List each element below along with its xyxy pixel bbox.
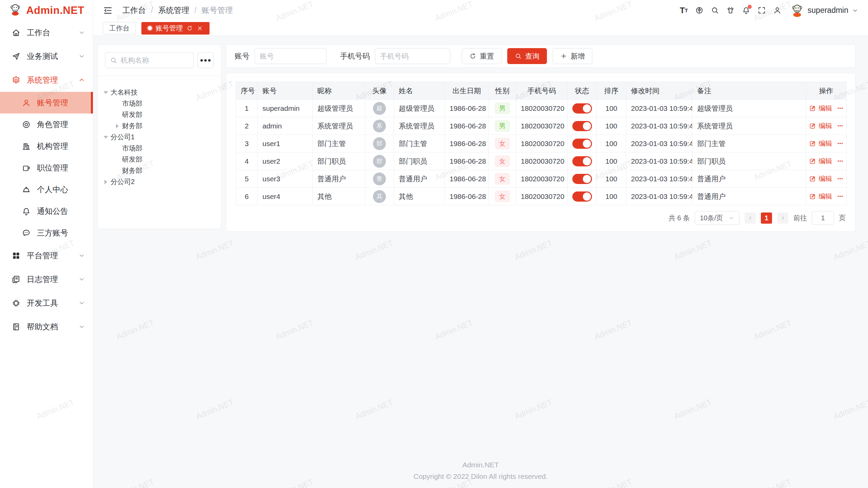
username: superadmin bbox=[808, 6, 848, 15]
tree-more-button[interactable]: ●●● bbox=[198, 52, 214, 68]
sidebar-item-3[interactable]: 账号管理 bbox=[0, 92, 93, 114]
tree-caret-icon[interactable] bbox=[101, 134, 111, 141]
phone-label: 手机号码 bbox=[340, 51, 370, 61]
page-number-button[interactable]: 1 bbox=[761, 212, 772, 224]
accounts-table: 序号账号昵称头像姓名出生日期性别手机号码状态排序修改时间备注操作 1supera… bbox=[236, 82, 847, 205]
language-icon[interactable] bbox=[692, 3, 707, 18]
edit-button[interactable]: 编辑 bbox=[809, 104, 832, 113]
sidebar-item-2[interactable]: 系统管理 bbox=[0, 68, 93, 92]
tree-caret-icon[interactable] bbox=[101, 89, 111, 96]
user-dropdown[interactable]: superadmin bbox=[790, 3, 859, 18]
tree-node-1[interactable]: 市场部 bbox=[101, 98, 218, 109]
account-label: 账号 bbox=[235, 51, 250, 61]
tree-node-5[interactable]: 市场部 bbox=[101, 143, 218, 154]
page-size-select[interactable]: 10条/页 bbox=[695, 211, 739, 225]
tab-close-icon[interactable] bbox=[197, 25, 203, 32]
sidebar-item-7[interactable]: 个人中心 bbox=[0, 179, 93, 200]
goto-page-input[interactable] bbox=[812, 211, 834, 225]
sidebar-item-10[interactable]: 平台管理 bbox=[0, 244, 93, 267]
tree-node-label: 财务部 bbox=[122, 121, 142, 130]
sidebar-item-label: 系统管理 bbox=[27, 75, 58, 85]
sidebar-item-13[interactable]: 帮助文档 bbox=[0, 315, 93, 339]
status-toggle[interactable] bbox=[572, 139, 592, 149]
sidebar-item-9[interactable]: 三方账号 bbox=[0, 222, 93, 244]
cell-ops: 编辑••• bbox=[806, 152, 847, 170]
cell-birthday: 1986-06-28 bbox=[445, 152, 489, 170]
sidebar-item-8[interactable]: 通知公告 bbox=[0, 200, 93, 222]
phone-input[interactable] bbox=[375, 48, 450, 64]
account-input[interactable] bbox=[255, 48, 327, 64]
sidebar: Admin.NET 工作台业务测试系统管理账号管理角色管理机构管理职位管理个人中… bbox=[0, 0, 93, 488]
more-actions-button[interactable]: ••• bbox=[837, 159, 843, 164]
sidebar-item-5[interactable]: 机构管理 bbox=[0, 135, 93, 157]
profile-link-icon[interactable] bbox=[770, 3, 785, 18]
more-actions-button[interactable]: ••• bbox=[837, 106, 843, 111]
tree-node-3[interactable]: 财务部 bbox=[101, 120, 218, 131]
sidebar-item-label: 角色管理 bbox=[37, 119, 68, 130]
column-header-ops: 操作 bbox=[806, 82, 847, 100]
more-actions-button[interactable]: ••• bbox=[837, 123, 843, 128]
edit-button[interactable]: 编辑 bbox=[809, 174, 832, 183]
tree-node-0[interactable]: 大名科技 bbox=[101, 87, 218, 98]
tree-node-8[interactable]: 分公司2 bbox=[101, 176, 218, 187]
bell-icon bbox=[22, 207, 31, 216]
tree-node-6[interactable]: 研发部 bbox=[101, 154, 218, 165]
notification-bell-icon[interactable] bbox=[738, 3, 754, 18]
cell-gender: 男 bbox=[489, 100, 516, 117]
more-actions-button[interactable]: ••• bbox=[837, 194, 843, 199]
search-button[interactable]: 查询 bbox=[507, 48, 547, 64]
tree-node-4[interactable]: 分公司1 bbox=[101, 131, 218, 143]
tree-caret-icon[interactable] bbox=[101, 179, 111, 185]
sidebar-item-1[interactable]: 业务测试 bbox=[0, 44, 93, 68]
status-toggle[interactable] bbox=[572, 174, 592, 184]
gender-tag: 女 bbox=[495, 191, 510, 202]
breadcrumb-item[interactable]: 系统管理 bbox=[158, 5, 189, 16]
page-unit-label: 页 bbox=[839, 214, 846, 223]
breadcrumb-separator: / bbox=[194, 6, 196, 15]
breadcrumb-item[interactable]: 工作台 bbox=[122, 5, 146, 16]
sidebar-item-4[interactable]: 角色管理 bbox=[0, 114, 93, 135]
tree-node-2[interactable]: 研发部 bbox=[101, 109, 218, 120]
org-search-input[interactable] bbox=[121, 56, 189, 64]
cell-seq: 4 bbox=[236, 152, 258, 170]
sidebar-item-label: 机构管理 bbox=[37, 141, 68, 151]
reset-button[interactable]: 重置 bbox=[462, 48, 501, 64]
prev-page-button[interactable] bbox=[745, 212, 756, 224]
edit-button[interactable]: 编辑 bbox=[809, 157, 832, 166]
sidebar-item-6[interactable]: 职位管理 bbox=[0, 157, 93, 179]
search-icon[interactable] bbox=[707, 3, 723, 18]
tab-account-management[interactable]: 账号管理 bbox=[141, 22, 210, 35]
table-row-5: 6user4其他其其他1986-06-28女180200307201002023… bbox=[236, 188, 847, 205]
collapse-menu-icon[interactable] bbox=[103, 5, 113, 16]
cell-nickname: 普通用户 bbox=[313, 170, 365, 188]
next-page-button[interactable] bbox=[777, 212, 788, 224]
status-toggle[interactable] bbox=[572, 191, 592, 202]
more-actions-button[interactable]: ••• bbox=[837, 176, 843, 181]
status-toggle[interactable] bbox=[572, 103, 592, 114]
tab-refresh-icon[interactable] bbox=[186, 25, 193, 32]
sidebar-item-label: 日志管理 bbox=[27, 274, 58, 285]
footer: Admin.NET Copyright © 2022 Dilon All rig… bbox=[93, 457, 868, 488]
edit-button[interactable]: 编辑 bbox=[809, 192, 832, 201]
sidebar-item-11[interactable]: 日志管理 bbox=[0, 267, 93, 291]
theme-icon[interactable] bbox=[723, 3, 738, 18]
edit-button[interactable]: 编辑 bbox=[809, 121, 832, 130]
status-toggle[interactable] bbox=[572, 121, 592, 131]
add-button[interactable]: 新增 bbox=[553, 48, 592, 64]
sidebar-item-label: 个人中心 bbox=[37, 184, 68, 195]
cell-seq: 2 bbox=[236, 117, 258, 135]
fullscreen-icon[interactable] bbox=[754, 3, 770, 18]
tree-caret-icon[interactable] bbox=[113, 123, 122, 129]
font-size-icon[interactable]: TT bbox=[676, 3, 692, 18]
more-actions-button[interactable]: ••• bbox=[837, 141, 843, 146]
sidebar-item-0[interactable]: 工作台 bbox=[0, 21, 93, 44]
sidebar-item-12[interactable]: 开发工具 bbox=[0, 291, 93, 315]
sidebar-item-label: 平台管理 bbox=[27, 250, 58, 261]
edit-button[interactable]: 编辑 bbox=[809, 139, 832, 148]
grid-icon bbox=[12, 251, 21, 260]
status-toggle[interactable] bbox=[572, 156, 592, 166]
tab-workbench[interactable]: 工作台 bbox=[103, 22, 136, 35]
table-row-0: 1superadmin超级管理员超超级管理员1986-06-28男1802003… bbox=[236, 100, 847, 117]
pagination-total: 共 6 条 bbox=[669, 214, 690, 223]
tree-node-7[interactable]: 财务部 bbox=[101, 165, 218, 176]
